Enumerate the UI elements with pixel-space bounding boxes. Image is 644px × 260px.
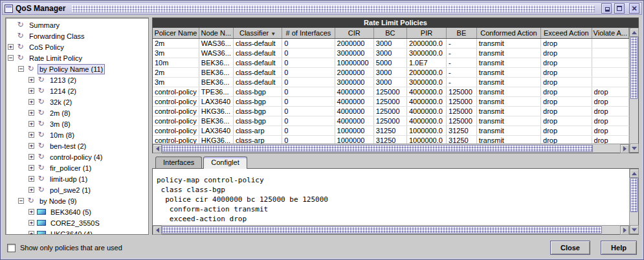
scrollbar-thumb[interactable] [162, 145, 593, 152]
scrollbar-track[interactable] [162, 144, 620, 153]
table-viewport[interactable]: Policer NameNode N...Classifier▼# of Int… [153, 28, 629, 144]
scroll-down-button[interactable] [630, 225, 639, 234]
policy-icon: ↻ [37, 109, 45, 117]
expand-icon[interactable]: + [28, 231, 34, 235]
column-header[interactable]: Conformed Action [476, 28, 540, 38]
expand-icon[interactable]: + [8, 44, 14, 50]
tree-item[interactable]: −↻by Policy Name (11) [6, 63, 148, 74]
scroll-left-button[interactable] [153, 144, 162, 153]
scroll-left-button[interactable] [153, 226, 162, 235]
tree-item[interactable]: +↻control-policy (4) [6, 151, 148, 162]
configlet-line: police cir 4000000 bc 125000 be 125000 [157, 195, 627, 204]
tree-item[interactable]: ↻Forwarding Class [6, 30, 148, 41]
table-vertical-scrollbar[interactable] [629, 28, 638, 153]
table-row[interactable]: 2mBEK36...class-default02000000300020000… [153, 67, 629, 77]
table-row[interactable]: 3mBEK36...class-default03000000300030000… [153, 77, 629, 87]
tree-item[interactable]: +↻CoS Policy [6, 41, 148, 52]
expand-icon[interactable]: + [28, 154, 34, 160]
table-row[interactable]: control-policyHKG36...class-arp010000003… [153, 135, 629, 144]
table-cell: class-bgp [233, 87, 282, 96]
expand-icon[interactable]: + [28, 165, 34, 171]
tree-item[interactable]: −↻by Node (9) [6, 195, 148, 206]
column-header[interactable]: BE [447, 28, 477, 38]
configlet-vertical-scrollbar[interactable] [629, 169, 638, 234]
tree-item[interactable]: +↻fir_policer (1) [6, 162, 148, 173]
maximize-button[interactable] [614, 3, 625, 14]
scrollbar-track[interactable] [162, 226, 620, 234]
close-window-button[interactable]: ✕ [629, 3, 639, 14]
column-header[interactable]: # of Interfaces [282, 28, 335, 38]
column-header[interactable]: Violate A... [592, 28, 628, 38]
tree-item[interactable]: ↻Summary [6, 19, 148, 30]
tree-item[interactable]: +↻1213 (2) [6, 74, 148, 85]
tree-item[interactable]: −↻Rate Limit Policy [6, 52, 148, 63]
tree-item[interactable]: +↻limit-udp (1) [6, 173, 148, 184]
expand-icon[interactable]: + [28, 121, 34, 127]
tree-item[interactable]: +↻1214 (2) [6, 85, 148, 96]
expand-icon[interactable]: + [28, 99, 34, 105]
policy-icon: ↻ [37, 175, 45, 183]
show-used-policies-checkbox[interactable] [7, 244, 16, 252]
tree-item[interactable]: +CORE2_3550S [6, 217, 148, 228]
expand-icon[interactable]: + [28, 88, 34, 94]
tree-item[interactable]: +↻32k (2) [6, 96, 148, 107]
column-header[interactable]: Exceed Action [541, 28, 592, 38]
column-header[interactable]: BC [373, 28, 406, 38]
expand-icon[interactable]: + [28, 143, 34, 149]
table-row[interactable]: control-policyBEK36...class-bgp040000001… [153, 116, 629, 125]
column-header[interactable]: Policer Name [153, 28, 199, 38]
tree-item[interactable]: +↻pol_swe2 (1) [6, 184, 148, 195]
tree-item[interactable]: +HKG3640 (4) [6, 228, 148, 235]
tab-interfaces[interactable]: Interfaces [155, 157, 202, 168]
tree-item[interactable]: +↻ben-test (2) [6, 140, 148, 151]
scroll-right-button[interactable] [620, 226, 629, 235]
column-header[interactable]: CIR [335, 28, 373, 38]
table-row[interactable]: control-policyLAX3640class-bgp0400000012… [153, 96, 629, 106]
scrollbar-thumb[interactable] [162, 226, 602, 233]
scroll-up-button[interactable] [630, 169, 639, 178]
table-row[interactable]: 3mWAS36...class-default03000000300030000… [153, 48, 629, 58]
table-horizontal-scrollbar[interactable] [153, 144, 629, 153]
collapse-icon[interactable]: − [18, 66, 24, 72]
table-row[interactable]: control-policyLAX3640class-arp0100000031… [153, 125, 629, 135]
collapse-icon[interactable]: − [8, 55, 14, 61]
table-cell: drop [541, 96, 592, 106]
expand-icon[interactable]: + [28, 110, 34, 116]
expand-icon[interactable]: + [28, 187, 34, 193]
configlet-text[interactable]: policy-map control-policy class class-bg… [153, 169, 629, 225]
column-header[interactable]: Classifier▼ [233, 28, 282, 38]
expand-icon[interactable]: + [28, 220, 34, 226]
titlebar[interactable]: QoS Manager ✕ [2, 2, 642, 15]
expand-icon[interactable]: + [28, 176, 34, 182]
scroll-right-button[interactable] [620, 144, 629, 153]
tree-item[interactable]: +↻3m (8) [6, 118, 148, 129]
scrollbar-thumb[interactable] [630, 37, 638, 99]
scrollbar-track[interactable] [630, 178, 638, 225]
minimize-button[interactable] [601, 3, 612, 14]
table-cell: class-default [233, 67, 282, 77]
tree-item[interactable]: +BEK3640 (5) [6, 206, 148, 217]
column-header[interactable]: PIR [406, 28, 446, 38]
close-button[interactable]: Close [550, 241, 590, 255]
scrollbar-track[interactable] [630, 37, 638, 144]
column-header[interactable]: Node N... [199, 28, 233, 38]
help-button[interactable]: Help [601, 241, 637, 255]
tree-item[interactable]: +↻2m (8) [6, 107, 148, 118]
table-row[interactable]: 10mBEK36...class-default01000000050001.0… [153, 58, 629, 67]
policy-tree[interactable]: ↻Summary↻Forwarding Class+↻CoS Policy−↻R… [5, 17, 149, 235]
tree-item[interactable]: +↻10m (8) [6, 129, 148, 140]
tab-configlet[interactable]: Configlet [203, 157, 247, 169]
scroll-down-button[interactable] [630, 144, 639, 153]
scroll-up-button[interactable] [630, 28, 639, 37]
table-cell: 1000000.0 [406, 125, 446, 135]
table-cell: 2000000.0 [406, 67, 446, 77]
table-row[interactable]: 2mWAS36...class-default02000000300020000… [153, 38, 629, 48]
scrollbar-thumb[interactable] [630, 178, 638, 212]
expand-icon[interactable]: + [28, 77, 34, 83]
expand-icon[interactable]: + [28, 209, 34, 215]
collapse-icon[interactable]: − [18, 198, 24, 204]
configlet-horizontal-scrollbar[interactable] [153, 225, 629, 234]
expand-icon[interactable]: + [28, 132, 34, 138]
table-row[interactable]: control-policyTPE36...class-bgp040000001… [153, 87, 629, 96]
table-row[interactable]: control-policyHKG36...class-bgp040000001… [153, 106, 629, 116]
